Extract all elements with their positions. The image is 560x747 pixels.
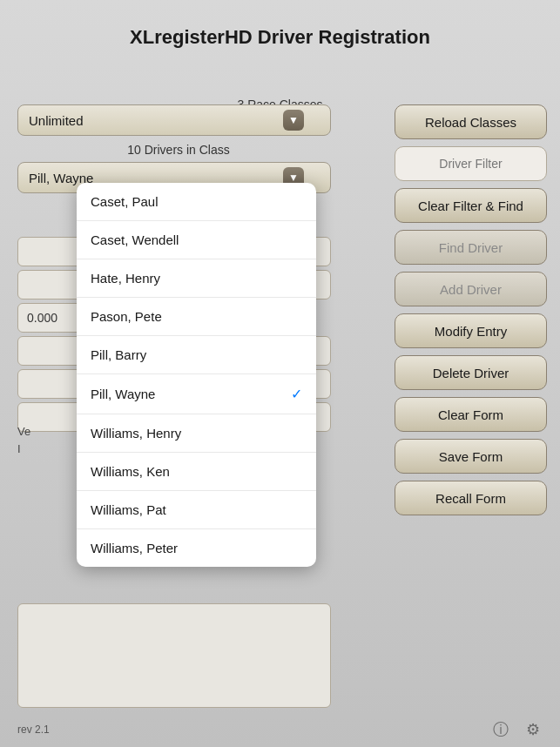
delete-driver-button[interactable]: Delete Driver: [395, 355, 547, 390]
class-dropdown-arrow: ▼: [283, 110, 304, 131]
list-item-williams-peter[interactable]: Williams, Peter: [77, 529, 316, 567]
i-label: I: [17, 442, 21, 455]
right-panel: Reload Classes Clear Filter & Find Find …: [395, 104, 547, 515]
add-driver-button[interactable]: Add Driver: [395, 272, 547, 306]
recall-form-button[interactable]: Recall Form: [395, 481, 547, 515]
bottom-bar: rev 2.1 ⓘ ⚙: [0, 712, 560, 747]
modify-entry-button[interactable]: Modify Entry: [395, 313, 547, 348]
list-item-pason-pete[interactable]: Pason, Pete: [77, 298, 316, 336]
app-container: XLregisterHD Driver Registration 3 Race …: [0, 0, 560, 747]
app-title: XLregisterHD Driver Registration: [0, 0, 560, 57]
list-item-williams-pat[interactable]: Williams, Pat: [77, 491, 316, 529]
selected-checkmark: ✓: [291, 386, 302, 402]
clear-form-button[interactable]: Clear Form: [395, 397, 547, 432]
find-driver-button[interactable]: Find Driver: [395, 230, 547, 265]
list-item-williams-ken[interactable]: Williams, Ken: [77, 453, 316, 491]
list-item-hate-henry[interactable]: Hate, Henry: [77, 259, 316, 298]
list-item-caset-wendell[interactable]: Caset, Wendell: [77, 221, 316, 259]
settings-icon[interactable]: ⚙: [523, 720, 543, 739]
bottom-icons: ⓘ ⚙: [491, 720, 543, 739]
list-item-pill-barry[interactable]: Pill, Barry: [77, 336, 316, 374]
version-label: rev 2.1: [17, 723, 50, 736]
list-item-pill-wayne[interactable]: Pill, Wayne ✓: [77, 374, 316, 414]
list-item-williams-henry[interactable]: Williams, Henry: [77, 414, 316, 453]
drivers-in-class-label: 10 Drivers in Class: [17, 143, 340, 157]
class-dropdown[interactable]: Unlimited ▼: [17, 104, 331, 136]
class-dropdown-value: Unlimited: [29, 113, 84, 128]
driver-filter-input[interactable]: [395, 146, 547, 181]
clear-filter-find-button[interactable]: Clear Filter & Find: [395, 188, 547, 223]
ve-label: Ve: [17, 425, 30, 438]
info-icon[interactable]: ⓘ: [491, 720, 510, 739]
notes-area[interactable]: [17, 603, 331, 708]
list-item-caset-paul[interactable]: Caset, Paul: [77, 183, 316, 221]
save-form-button[interactable]: Save Form: [395, 439, 547, 474]
class-dropdown-wrapper: Unlimited ▼: [17, 104, 331, 136]
driver-dropdown-list: Caset, Paul Caset, Wendell Hate, Henry P…: [77, 183, 316, 567]
reload-classes-button[interactable]: Reload Classes: [395, 104, 547, 139]
